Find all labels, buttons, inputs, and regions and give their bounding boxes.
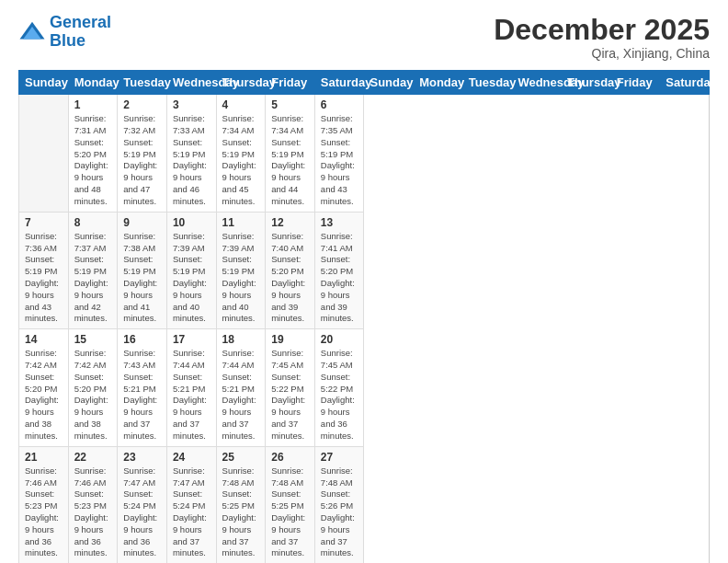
day-info: Sunrise: 7:46 AMSunset: 5:23 PMDaylight:… [25,465,63,560]
calendar-cell: 12Sunrise: 7:40 AMSunset: 5:20 PMDayligh… [266,212,315,329]
day-info: Sunrise: 7:38 AMSunset: 5:19 PMDaylight:… [123,231,161,326]
logo-line1: General [50,13,111,31]
day-info: Sunrise: 7:42 AMSunset: 5:20 PMDaylight:… [74,348,112,442]
day-info: Sunrise: 7:42 AMSunset: 5:20 PMDaylight:… [25,348,63,442]
day-header: Thursday [562,71,611,95]
calendar-cell: 6Sunrise: 7:35 AMSunset: 5:19 PMDaylight… [314,95,364,213]
day-number: 19 [271,333,309,346]
calendar-cell: 19Sunrise: 7:45 AMSunset: 5:22 PMDayligh… [266,329,315,447]
day-info: Sunrise: 7:48 AMSunset: 5:26 PMDaylight:… [321,465,358,560]
day-number: 1 [74,98,112,111]
calendar-cell: 5Sunrise: 7:34 AMSunset: 5:19 PMDaylight… [266,95,315,213]
week-row: 1Sunrise: 7:31 AMSunset: 5:20 PMDaylight… [19,95,710,213]
day-info: Sunrise: 7:45 AMSunset: 5:22 PMDaylight:… [321,348,358,442]
day-number: 4 [222,98,260,111]
day-info: Sunrise: 7:40 AMSunset: 5:20 PMDaylight:… [271,231,309,326]
logo-text: General Blue [50,14,111,51]
day-header: Monday [68,71,118,95]
calendar-cell: 18Sunrise: 7:44 AMSunset: 5:21 PMDayligh… [216,329,266,447]
day-number: 21 [25,451,63,464]
day-number: 27 [321,451,358,464]
calendar-cell: 26Sunrise: 7:48 AMSunset: 5:25 PMDayligh… [266,446,315,563]
day-number: 2 [123,98,161,111]
day-number: 3 [173,98,210,111]
day-info: Sunrise: 7:48 AMSunset: 5:25 PMDaylight:… [222,465,260,560]
day-header: Friday [610,71,660,95]
day-info: Sunrise: 7:34 AMSunset: 5:19 PMDaylight:… [271,113,309,208]
day-header: Sunday [364,71,414,95]
calendar-cell: 27Sunrise: 7:48 AMSunset: 5:26 PMDayligh… [314,446,364,563]
day-info: Sunrise: 7:47 AMSunset: 5:24 PMDaylight:… [123,465,161,560]
calendar-cell: 25Sunrise: 7:48 AMSunset: 5:25 PMDayligh… [216,446,266,563]
calendar-cell: 14Sunrise: 7:42 AMSunset: 5:20 PMDayligh… [19,329,69,447]
calendar-cell: 8Sunrise: 7:37 AMSunset: 5:19 PMDaylight… [68,212,118,329]
day-info: Sunrise: 7:35 AMSunset: 5:19 PMDaylight:… [321,113,358,208]
title-block: December 2025 Qira, Xinjiang, China [494,14,710,61]
day-number: 15 [74,333,112,346]
day-header: Wednesday [512,71,562,95]
day-info: Sunrise: 7:33 AMSunset: 5:19 PMDaylight:… [173,113,210,208]
day-number: 9 [123,216,161,229]
day-number: 26 [271,451,309,464]
logo: General Blue [18,14,111,51]
calendar-cell: 16Sunrise: 7:43 AMSunset: 5:21 PMDayligh… [118,329,167,447]
day-info: Sunrise: 7:46 AMSunset: 5:23 PMDaylight:… [74,465,112,560]
day-info: Sunrise: 7:32 AMSunset: 5:19 PMDaylight:… [123,113,161,208]
calendar-cell: 22Sunrise: 7:46 AMSunset: 5:23 PMDayligh… [68,446,118,563]
calendar-cell: 24Sunrise: 7:47 AMSunset: 5:24 PMDayligh… [166,446,216,563]
page: General Blue December 2025 Qira, Xinjian… [0,0,728,563]
day-number: 13 [321,216,358,229]
day-number: 10 [173,216,210,229]
day-header: Sunday [19,71,69,95]
day-header: Friday [266,71,315,95]
day-header: Tuesday [118,71,167,95]
calendar-cell: 23Sunrise: 7:47 AMSunset: 5:24 PMDayligh… [118,446,167,563]
day-number: 24 [173,451,210,464]
day-info: Sunrise: 7:48 AMSunset: 5:25 PMDaylight:… [271,465,309,560]
calendar-cell: 9Sunrise: 7:38 AMSunset: 5:19 PMDaylight… [118,212,167,329]
calendar-cell: 4Sunrise: 7:34 AMSunset: 5:19 PMDaylight… [216,95,266,213]
day-info: Sunrise: 7:44 AMSunset: 5:21 PMDaylight:… [173,348,210,442]
day-number: 17 [173,333,210,346]
week-row: 21Sunrise: 7:46 AMSunset: 5:23 PMDayligh… [19,446,710,563]
day-info: Sunrise: 7:39 AMSunset: 5:19 PMDaylight:… [173,231,210,326]
day-header: Wednesday [166,71,216,95]
day-info: Sunrise: 7:34 AMSunset: 5:19 PMDaylight:… [222,113,260,208]
day-number: 14 [25,333,63,346]
day-info: Sunrise: 7:41 AMSunset: 5:20 PMDaylight:… [321,231,358,326]
main-title: December 2025 [494,14,710,46]
logo-line2: Blue [50,31,85,50]
day-header: Monday [414,71,463,95]
day-info: Sunrise: 7:45 AMSunset: 5:22 PMDaylight:… [271,348,309,442]
day-number: 22 [74,451,112,464]
calendar-cell: 3Sunrise: 7:33 AMSunset: 5:19 PMDaylight… [166,95,216,213]
calendar-cell: 1Sunrise: 7:31 AMSunset: 5:20 PMDaylight… [68,95,118,213]
day-number: 11 [222,216,260,229]
calendar-table: SundayMondayTuesdayWednesdayThursdayFrid… [18,70,710,563]
day-info: Sunrise: 7:39 AMSunset: 5:19 PMDaylight:… [222,231,260,326]
day-number: 5 [271,98,309,111]
day-info: Sunrise: 7:31 AMSunset: 5:20 PMDaylight:… [74,113,112,208]
day-number: 25 [222,451,260,464]
day-info: Sunrise: 7:36 AMSunset: 5:19 PMDaylight:… [25,231,63,326]
day-number: 12 [271,216,309,229]
day-number: 7 [25,216,63,229]
day-header: Saturday [314,71,364,95]
calendar-cell: 15Sunrise: 7:42 AMSunset: 5:20 PMDayligh… [68,329,118,447]
day-number: 8 [74,216,112,229]
day-info: Sunrise: 7:44 AMSunset: 5:21 PMDaylight:… [222,348,260,442]
day-number: 16 [123,333,161,346]
calendar-cell [19,95,69,213]
calendar-cell: 7Sunrise: 7:36 AMSunset: 5:19 PMDaylight… [19,212,69,329]
calendar-cell: 20Sunrise: 7:45 AMSunset: 5:22 PMDayligh… [314,329,364,447]
calendar-cell: 2Sunrise: 7:32 AMSunset: 5:19 PMDaylight… [118,95,167,213]
week-row: 7Sunrise: 7:36 AMSunset: 5:19 PMDaylight… [19,212,710,329]
day-number: 23 [123,451,161,464]
week-row: 14Sunrise: 7:42 AMSunset: 5:20 PMDayligh… [19,329,710,447]
calendar-cell: 17Sunrise: 7:44 AMSunset: 5:21 PMDayligh… [166,329,216,447]
day-info: Sunrise: 7:37 AMSunset: 5:19 PMDaylight:… [74,231,112,326]
day-number: 20 [321,333,358,346]
calendar-cell: 13Sunrise: 7:41 AMSunset: 5:20 PMDayligh… [314,212,364,329]
day-header: Thursday [216,71,266,95]
day-info: Sunrise: 7:47 AMSunset: 5:24 PMDaylight:… [173,465,210,560]
